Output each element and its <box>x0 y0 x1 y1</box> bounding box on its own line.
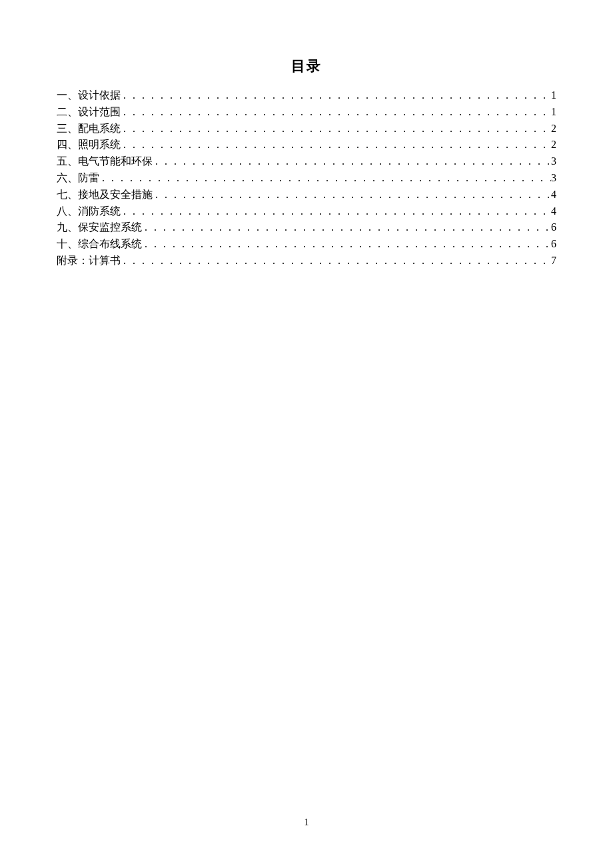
toc-list: 一、设计依据 1 二、设计范围 1 三、配电系统 2 四、照明系统 2 五、电气… <box>57 87 556 269</box>
toc-entry-label: 二、设计范围 <box>57 104 121 121</box>
toc-leader-dots <box>153 187 551 203</box>
toc-entry: 三、配电系统 2 <box>57 121 556 137</box>
toc-entry: 七、接地及安全措施 4 <box>57 187 556 203</box>
toc-title: 目录 <box>57 57 556 75</box>
toc-entry: 十、综合布线系统 6 <box>57 236 556 253</box>
toc-leader-dots <box>99 170 551 187</box>
toc-entry-page: 4 <box>551 203 556 220</box>
toc-entry-page: 6 <box>551 236 556 253</box>
toc-entry: 八、消防系统 4 <box>57 203 556 220</box>
toc-entry-label: 五、电气节能和环保 <box>57 153 153 170</box>
toc-entry: 六、防雷 3 <box>57 170 556 187</box>
toc-leader-dots <box>153 153 551 170</box>
toc-entry-page: 2 <box>551 137 556 153</box>
toc-leader-dots <box>142 219 551 236</box>
toc-leader-dots <box>121 104 551 121</box>
toc-entry-label: 十、综合布线系统 <box>57 236 142 253</box>
toc-entry-page: 4 <box>551 187 556 203</box>
toc-entry-page: 6 <box>551 219 556 236</box>
toc-leader-dots <box>121 121 551 137</box>
toc-entry-label: 四、照明系统 <box>57 137 121 153</box>
toc-entry-label: 一、设计依据 <box>57 87 121 104</box>
toc-entry-page: 7 <box>551 253 556 269</box>
page-number: 1 <box>0 817 613 828</box>
toc-leader-dots <box>121 203 551 220</box>
toc-entry: 附录：计算书 7 <box>57 253 556 269</box>
toc-entry: 五、电气节能和环保 3 <box>57 153 556 170</box>
document-page: 目录 一、设计依据 1 二、设计范围 1 三、配电系统 2 四、照明系统 2 五… <box>0 0 613 269</box>
toc-entry-label: 三、配电系统 <box>57 121 121 137</box>
toc-entry-label: 九、保安监控系统 <box>57 219 142 236</box>
toc-leader-dots <box>121 137 551 153</box>
toc-entry-label: 八、消防系统 <box>57 203 121 220</box>
toc-entry-label: 七、接地及安全措施 <box>57 187 153 203</box>
toc-entry-label: 六、防雷 <box>57 170 99 187</box>
toc-entry: 九、保安监控系统 6 <box>57 219 556 236</box>
toc-entry-page: 3 <box>551 170 556 187</box>
toc-entry: 四、照明系统 2 <box>57 137 556 153</box>
toc-entry-page: 1 <box>551 87 556 104</box>
toc-leader-dots <box>142 236 551 253</box>
toc-leader-dots <box>121 87 551 104</box>
toc-entry-label: 附录：计算书 <box>57 253 121 269</box>
toc-entry-page: 3 <box>551 153 556 170</box>
toc-entry-page: 2 <box>551 121 556 137</box>
toc-entry: 一、设计依据 1 <box>57 87 556 104</box>
toc-entry: 二、设计范围 1 <box>57 104 556 121</box>
toc-entry-page: 1 <box>551 104 556 121</box>
toc-leader-dots <box>121 253 551 269</box>
